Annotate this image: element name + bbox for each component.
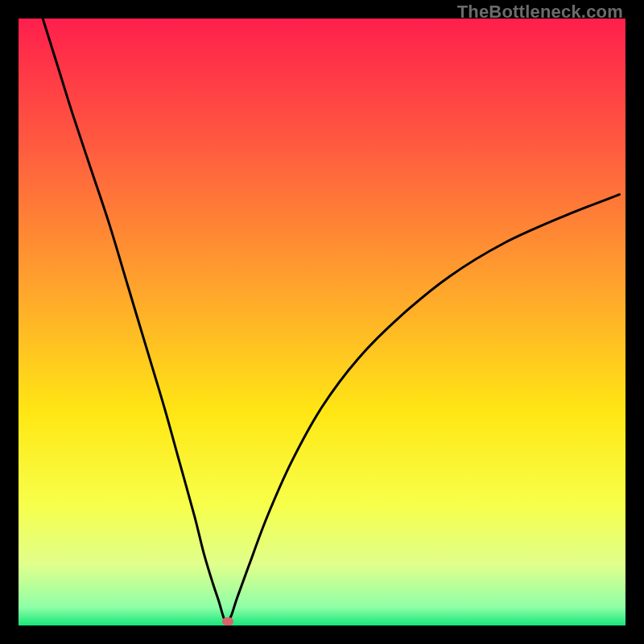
chart-frame xyxy=(19,19,625,625)
watermark-label: TheBottleneck.com xyxy=(457,2,623,23)
optimal-point-marker xyxy=(222,617,233,625)
bottleneck-curve xyxy=(19,19,625,625)
